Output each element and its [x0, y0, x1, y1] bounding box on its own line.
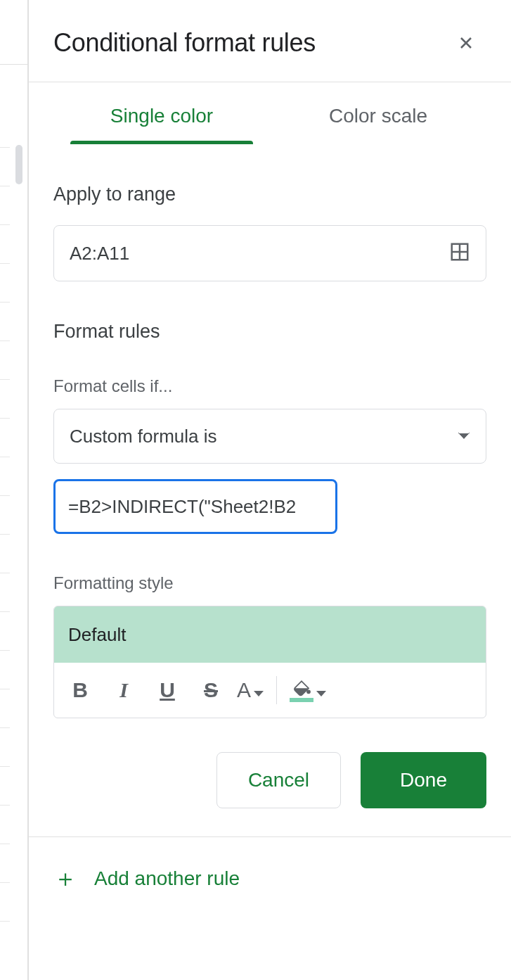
- panel-title: Conditional format rules: [53, 28, 316, 58]
- text-color-button[interactable]: A: [237, 678, 264, 702]
- formula-field[interactable]: [53, 479, 337, 534]
- style-preview-text: Default: [68, 624, 126, 646]
- plus-icon: ＋: [53, 863, 77, 895]
- format-cells-if-label: Format cells if...: [53, 376, 486, 396]
- done-button[interactable]: Done: [361, 752, 486, 808]
- tabs: Single color Color scale: [29, 82, 511, 144]
- svg-point-2: [306, 689, 311, 694]
- fill-color-button[interactable]: [290, 678, 326, 702]
- underline-button[interactable]: U: [150, 673, 185, 708]
- fill-icon: [291, 678, 312, 696]
- italic-button[interactable]: I: [106, 673, 141, 708]
- close-icon: [456, 33, 476, 53]
- toolbar-divider: [276, 676, 277, 704]
- add-another-rule-button[interactable]: ＋ Add another rule: [29, 837, 511, 920]
- bold-button[interactable]: B: [63, 673, 98, 708]
- svg-marker-1: [459, 433, 469, 439]
- add-rule-label: Add another rule: [94, 867, 240, 890]
- formatting-style-box: Default B I U S A: [53, 606, 486, 718]
- chevron-down-icon: [458, 432, 470, 440]
- condition-selected-text: Custom formula is: [70, 426, 217, 447]
- range-field[interactable]: [53, 225, 486, 281]
- action-buttons: Cancel Done: [29, 718, 511, 836]
- apply-to-range-label: Apply to range: [53, 184, 486, 205]
- range-input[interactable]: [70, 243, 449, 265]
- style-preview[interactable]: Default: [54, 606, 486, 663]
- select-range-button[interactable]: [449, 241, 470, 265]
- caret-down-icon: [316, 691, 326, 696]
- close-button[interactable]: [452, 29, 480, 57]
- formatting-style-label: Formatting style: [53, 573, 486, 593]
- cancel-button[interactable]: Cancel: [216, 752, 341, 808]
- grid-icon: [449, 241, 470, 262]
- tab-color-scale[interactable]: Color scale: [270, 82, 486, 144]
- strikethrough-button[interactable]: S: [193, 673, 228, 708]
- spreadsheet-edge: [0, 0, 28, 980]
- caret-down-icon: [254, 691, 264, 696]
- formatting-toolbar: B I U S A: [54, 663, 486, 718]
- conditional-format-panel: Conditional format rules Single color Co…: [28, 0, 511, 980]
- scrollbar-thumb[interactable]: [15, 145, 22, 184]
- panel-header: Conditional format rules: [29, 0, 511, 82]
- condition-select[interactable]: Custom formula is: [53, 409, 486, 464]
- tab-single-color[interactable]: Single color: [53, 82, 270, 144]
- format-rules-label: Format rules: [53, 321, 486, 343]
- formula-input[interactable]: [68, 496, 323, 518]
